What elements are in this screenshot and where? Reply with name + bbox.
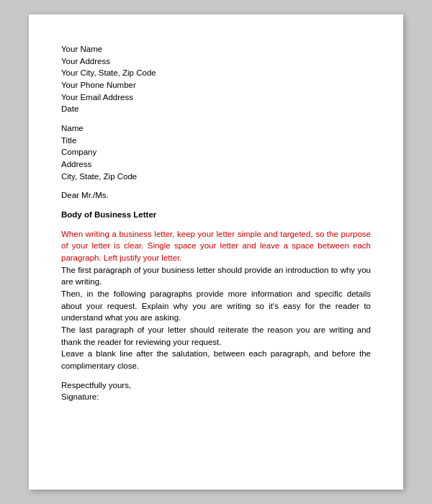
body-block: When writing a business letter, keep you… [61, 228, 371, 372]
recipient-title: Title [61, 135, 371, 147]
closing-block: Respectfully yours, Signature: [61, 379, 371, 403]
sender-block: Your Name Your Address Your City, State,… [61, 43, 371, 115]
letter-content: Your Name Your Address Your City, State,… [61, 43, 371, 403]
letter-page: Your Name Your Address Your City, State,… [29, 14, 403, 490]
salutation-block: Dear Mr./Ms. [61, 189, 371, 202]
body-p5: Leave a blank line after the salutation,… [61, 348, 371, 372]
body-p3: Then, in the following paragraphs provid… [61, 288, 371, 324]
sender-name: Your Name [61, 43, 371, 55]
salutation: Dear Mr./Ms. [61, 189, 371, 202]
sender-email: Your Email Address [61, 91, 371, 104]
subject-block: Body of Business Letter [61, 209, 371, 221]
recipient-address: Address [61, 158, 371, 171]
body-p2: The first paragraph of your business let… [61, 264, 371, 288]
sender-date: Date [61, 103, 371, 115]
recipient-block: Name Title Company Address City, State, … [61, 122, 371, 182]
recipient-city-state-zip: City, State, Zip Code [61, 171, 371, 183]
sender-phone: Your Phone Number [61, 79, 371, 91]
sender-city-state-zip: Your City, State, Zip Code [61, 67, 371, 79]
complimentary-close: Respectfully yours, [61, 379, 371, 392]
signature: Signature: [61, 391, 371, 403]
subject-label: Body of Business Letter [61, 209, 371, 221]
recipient-company: Company [61, 146, 371, 158]
recipient-name: Name [61, 122, 371, 135]
sender-address: Your Address [61, 55, 371, 68]
body-p1: When writing a business letter, keep you… [61, 228, 371, 264]
body-p4: The last paragraph of your letter should… [61, 324, 371, 348]
